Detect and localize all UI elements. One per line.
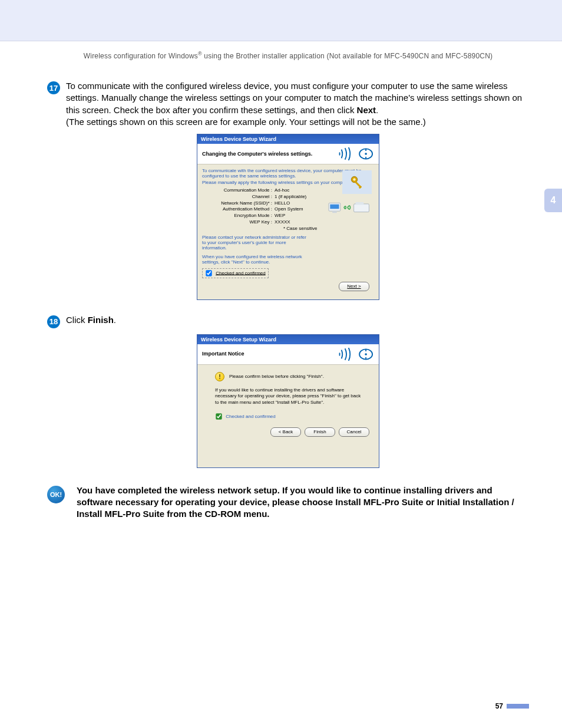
next-button[interactable]: Next >: [339, 282, 369, 291]
step18-b: .: [114, 315, 116, 325]
computer-printer-icon: [327, 197, 372, 218]
dialog1-contact: Please contact your network administrato…: [202, 235, 308, 251]
page-number: 57: [495, 702, 503, 710]
svg-rect-7: [330, 205, 339, 209]
dialog1-confirm: When you have configured the wireless ne…: [202, 254, 308, 265]
dialog1-footer: Next >: [202, 278, 374, 296]
dialog1-header: Changing the Computer's wireless setting…: [197, 144, 379, 164]
warning-icon: !: [215, 372, 224, 381]
ok-badge-icon: OK!: [47, 486, 65, 503]
step-17-text: To communicate with the configured wirel…: [66, 80, 529, 128]
step17-note: (The settings shown on this screen are f…: [66, 117, 426, 127]
step-18: 18 Click Finish.: [47, 314, 529, 328]
wireless-logo-icon: [338, 348, 374, 361]
back-button[interactable]: < Back: [270, 427, 301, 437]
step17-text-b: .: [376, 105, 378, 115]
step-18-text: Click Finish.: [66, 314, 529, 326]
finish-button[interactable]: Finish: [305, 427, 335, 437]
dialog2-heading: Important Notice: [202, 351, 244, 357]
dialog1-checkbox-row[interactable]: Checked and confirmed: [202, 268, 269, 278]
header-before: Wireless configuration for Windows: [84, 52, 198, 60]
svg-rect-8: [332, 211, 337, 213]
dialog1-body: To communicate with the configured wirel…: [197, 164, 379, 299]
dialog1-titlebar: Wireless Device Setup Wizard: [197, 134, 379, 144]
dialog2-footer: < Back Finish Cancel: [202, 424, 374, 442]
dialog2-checkbox-label: Checked and confirmed: [226, 414, 276, 419]
settings-row: WEP Key :XXXXX: [219, 219, 374, 226]
dialog2-body-text: If you would like to continue installing…: [215, 387, 363, 406]
chapter-tab: 4: [544, 189, 562, 212]
wizard-dialog-1: Wireless Device Setup Wizard Changing th…: [197, 134, 379, 300]
step17-text-a: To communicate with the configured wirel…: [66, 81, 522, 115]
page-header: Wireless configuration for Windows® usin…: [47, 51, 529, 60]
dialog1-checkbox-label: Checked and confirmed: [216, 270, 266, 275]
dialog2-titlebar: Wireless Device Setup Wizard: [197, 335, 379, 344]
svg-rect-9: [354, 204, 369, 212]
ok-block: OK! You have completed the wireless netw…: [47, 485, 529, 521]
dialog2-notice: Please confirm below before clicking "Fi…: [229, 374, 324, 379]
wireless-logo-icon: [338, 147, 374, 160]
dialog2-header: Important Notice: [197, 344, 379, 365]
step17-bold: Next: [357, 105, 376, 115]
page-number-wrap: 57: [495, 702, 529, 710]
dialog2-body: ! Please confirm below before clicking "…: [197, 365, 379, 467]
step-number-badge: 17: [47, 81, 60, 94]
top-banner: [0, 0, 562, 41]
step18-a: Click: [66, 315, 88, 325]
notice-row: ! Please confirm below before clicking "…: [215, 372, 363, 381]
step-number-badge: 18: [47, 315, 60, 328]
dialog2-checkbox[interactable]: [216, 413, 222, 419]
page-bar-icon: [507, 704, 529, 709]
svg-point-1: [365, 153, 367, 155]
svg-point-3: [353, 178, 356, 181]
ok-text: You have completed the wireless network …: [77, 485, 529, 521]
dialog1-heading: Changing the Computer's wireless setting…: [202, 151, 312, 157]
svg-rect-10: [356, 202, 364, 205]
step18-bold: Finish: [88, 315, 114, 325]
case-sensitive-note: * Case sensitive: [283, 226, 374, 231]
step-17: 17 To communicate with the configured wi…: [47, 80, 529, 128]
cancel-button[interactable]: Cancel: [339, 427, 369, 437]
registered-icon: ®: [198, 51, 202, 57]
key-illustration: [342, 170, 372, 194]
dialog1-checkbox[interactable]: [206, 270, 211, 276]
wizard-dialog-2: Wireless Device Setup Wizard Important N…: [197, 334, 379, 468]
svg-point-12: [365, 353, 367, 355]
header-after: using the Brother installer application …: [202, 52, 492, 60]
dialog2-checkbox-row[interactable]: Checked and confirmed: [215, 413, 363, 420]
